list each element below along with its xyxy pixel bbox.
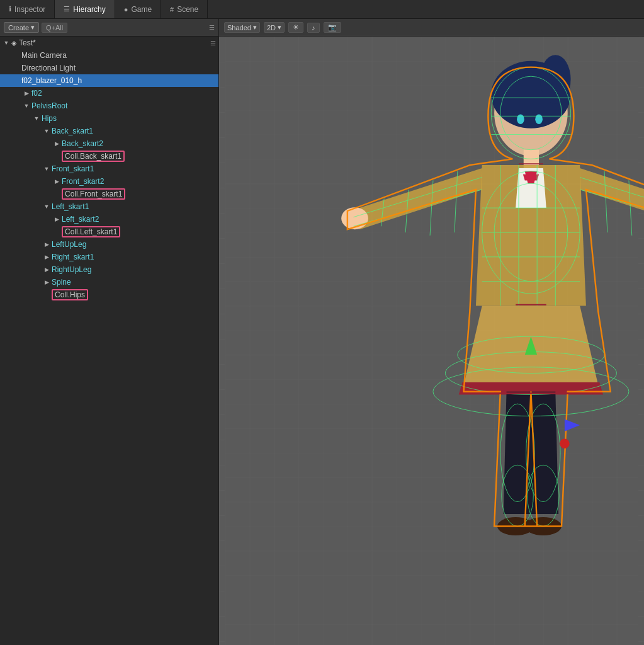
scene-menu-icon[interactable]: ☰: [210, 40, 216, 47]
svg-point-4: [540, 55, 571, 104]
right-up-leg-arrow: ▶: [43, 266, 50, 273]
scene-sun-button[interactable]: ☀: [288, 22, 303, 33]
item-front-skart1[interactable]: ▼ Front_skart1: [0, 163, 218, 175]
hierarchy-toolbar: Create ▾ Q+All ☰: [0, 19, 218, 37]
tab-scene[interactable]: # Scene: [161, 0, 208, 18]
back-skart1-label: Back_skart1: [52, 127, 93, 135]
scene-toolbar: Shaded ▾ 2D ▾ ☀ ♪ 📷: [219, 19, 644, 37]
item-coll-left-skart1[interactable]: ▶ Coll.Left_skart1: [0, 225, 218, 238]
mode-dropdown[interactable]: 2D ▾: [264, 22, 285, 33]
item-spine[interactable]: ▶ Spine: [0, 276, 218, 288]
left-skart1-label: Left_skart1: [52, 202, 89, 211]
tab-game[interactable]: ● Game: [115, 0, 161, 18]
item-front-skart2[interactable]: ▶ Front_skart2: [0, 175, 218, 188]
unity-icon: ◈: [11, 39, 16, 47]
coll-front-skart1-label: Coll.Front_skart1: [62, 188, 125, 200]
item-coll-hips[interactable]: ▶ Coll.Hips: [0, 288, 218, 301]
back-skart2-arrow: ▶: [53, 140, 60, 147]
mode-chevron-icon: ▾: [278, 23, 281, 31]
front-skart2-arrow: ▶: [53, 178, 60, 185]
f02-arrow: ▶: [23, 89, 30, 97]
tab-scene-label: Scene: [177, 5, 198, 14]
hips-label: Hips: [42, 114, 57, 123]
front-skart1-label: Front_skart1: [52, 164, 94, 173]
tab-inspector[interactable]: ℹ Inspector: [0, 0, 55, 18]
right-skart1-arrow: ▶: [43, 253, 50, 261]
item-directional-light[interactable]: ▶ Directional Light: [0, 62, 218, 74]
hierarchy-icon: ☰: [64, 5, 70, 13]
tab-game-label: Game: [131, 5, 152, 14]
qall-label: Q+All: [46, 24, 63, 31]
shade-dropdown[interactable]: Shaded ▾: [224, 22, 260, 33]
main-camera-label: Main Camera: [21, 51, 67, 60]
scene-arrow-icon: ▼: [3, 39, 10, 47]
spine-label: Spine: [52, 278, 71, 287]
item-pelvis-root[interactable]: ▼ PelvisRoot: [0, 100, 218, 112]
main-layout: Create ▾ Q+All ☰ ▼ ◈ Test* ☰ ▶ Main Came…: [0, 19, 644, 645]
item-left-skart1[interactable]: ▼ Left_skart1: [0, 200, 218, 213]
left-up-leg-arrow: ▶: [43, 241, 50, 248]
spine-arrow: ▶: [43, 278, 50, 286]
item-left-skart2[interactable]: ▶ Left_skart2: [0, 213, 218, 225]
hips-arrow: ▼: [33, 115, 40, 122]
item-back-skart2[interactable]: ▶ Back_skart2: [0, 137, 218, 150]
scene-sound-button[interactable]: ♪: [307, 23, 320, 33]
left-skart2-label: Left_skart2: [62, 215, 99, 224]
coll-left-skart1-label: Coll.Left_skart1: [62, 226, 120, 237]
tab-hierarchy[interactable]: ☰ Hierarchy: [55, 0, 115, 18]
hierarchy-menu-icon[interactable]: ☰: [209, 24, 215, 31]
coll-back-skart1-label: Coll.Back_skart1: [62, 151, 125, 162]
scene-camera-button[interactable]: 📷: [324, 22, 341, 33]
svg-point-5: [517, 114, 524, 124]
mode-label: 2D: [267, 24, 276, 31]
scene-header[interactable]: ▼ ◈ Test* ☰: [0, 37, 218, 49]
right-panel: Shaded ▾ 2D ▾ ☀ ♪ 📷: [219, 19, 644, 645]
item-left-up-leg[interactable]: ▶ LeftUpLeg: [0, 238, 218, 251]
item-hips[interactable]: ▼ Hips: [0, 112, 218, 125]
right-up-leg-label: RightUpLeg: [52, 265, 91, 274]
pelvis-arrow: ▼: [23, 102, 30, 110]
scene-name: Test*: [19, 38, 36, 47]
left-skart2-arrow: ▶: [53, 215, 60, 223]
item-right-up-leg[interactable]: ▶ RightUpLeg: [0, 263, 218, 276]
pelvis-root-label: PelvisRoot: [31, 101, 67, 110]
shade-label: Shaded: [227, 24, 251, 31]
item-coll-front-skart1[interactable]: ▶ Coll.Front_skart1: [0, 188, 218, 200]
item-right-skart1[interactable]: ▶ Right_skart1: [0, 251, 218, 263]
create-chevron-icon: ▾: [31, 23, 35, 31]
inspector-icon: ℹ: [9, 5, 11, 13]
game-icon: ●: [124, 6, 128, 13]
item-f02-blazer[interactable]: ▶ f02_blazer_010_h: [0, 74, 218, 87]
scene-view[interactable]: [219, 37, 644, 645]
scene-svg: [219, 37, 644, 645]
back-skart2-label: Back_skart2: [62, 139, 103, 148]
left-skart1-arrow: ▼: [43, 203, 50, 210]
left-up-leg-label: LeftUpLeg: [52, 240, 86, 249]
front-skart2-label: Front_skart2: [62, 177, 104, 186]
svg-point-48: [560, 438, 570, 448]
create-label: Create: [8, 24, 29, 31]
tab-bar: ℹ Inspector ☰ Hierarchy ● Game # Scene: [0, 0, 644, 19]
item-coll-back-skart1[interactable]: ▶ Coll.Back_skart1: [0, 150, 218, 163]
tab-hierarchy-label: Hierarchy: [73, 5, 105, 14]
svg-point-6: [535, 114, 543, 124]
shade-chevron-icon: ▾: [253, 23, 257, 31]
left-panel: Create ▾ Q+All ☰ ▼ ◈ Test* ☰ ▶ Main Came…: [0, 19, 219, 645]
front-skart1-arrow: ▼: [43, 165, 50, 173]
f02-blazer-label: f02_blazer_010_h: [21, 76, 82, 85]
tab-inspector-label: Inspector: [14, 5, 45, 14]
item-main-camera[interactable]: ▶ Main Camera: [0, 49, 218, 62]
item-back-skart1[interactable]: ▼ Back_skart1: [0, 125, 218, 137]
directional-light-label: Directional Light: [21, 64, 76, 72]
qall-button[interactable]: Q+All: [42, 23, 67, 33]
right-skart1-label: Right_skart1: [52, 253, 94, 261]
item-f02[interactable]: ▶ f02: [0, 87, 218, 100]
back-skart1-arrow: ▼: [43, 127, 50, 135]
create-button[interactable]: Create ▾: [4, 22, 39, 33]
f02-label: f02: [31, 89, 42, 98]
hierarchy-list[interactable]: ▼ ◈ Test* ☰ ▶ Main Camera ▶ Directional …: [0, 37, 218, 645]
scene-hash-icon: #: [170, 6, 174, 13]
coll-hips-label: Coll.Hips: [52, 289, 88, 300]
